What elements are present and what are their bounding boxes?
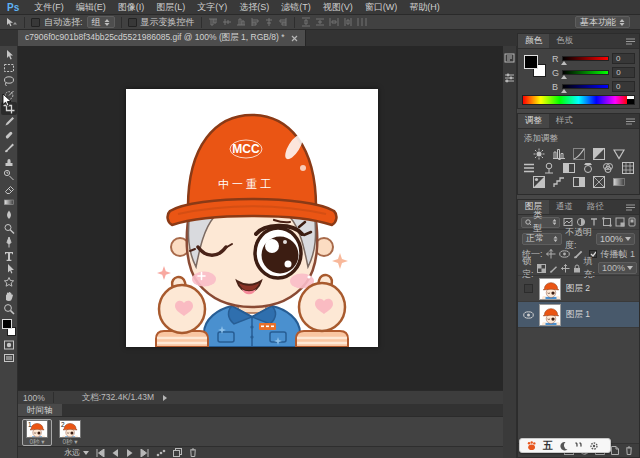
filter-kind-dropdown[interactable]: 类型 [521, 217, 560, 228]
visibility-toggle[interactable] [522, 309, 534, 321]
delete-frame-button[interactable] [189, 448, 197, 457]
gradient-map-icon[interactable] [612, 176, 625, 188]
canvas-area[interactable]: MCC 中一重工 [18, 46, 503, 390]
layer-thumbnail[interactable] [539, 304, 561, 326]
loop-count-dropdown[interactable]: 永远 [64, 447, 89, 458]
panel-menu-icon[interactable] [622, 114, 639, 128]
lock-position-icon[interactable] [561, 264, 570, 273]
type-tool[interactable] [1, 249, 17, 262]
hand-tool[interactable] [1, 289, 17, 302]
fill-field[interactable]: 100% [598, 262, 637, 274]
workspace-switcher[interactable]: 基本功能 [575, 16, 630, 28]
dodge-tool[interactable] [1, 222, 17, 235]
distribute-vertical-centers-icon[interactable] [315, 17, 325, 27]
distribute-bottom-edges-icon[interactable] [329, 17, 339, 27]
posterize-icon[interactable] [552, 176, 565, 188]
filter-smart-objects-icon[interactable] [615, 217, 625, 227]
eraser-tool[interactable] [1, 182, 17, 195]
green-slider[interactable] [562, 70, 609, 75]
lock-transparency-icon[interactable] [537, 264, 546, 273]
play-button[interactable] [126, 449, 133, 457]
color-balance-icon[interactable] [543, 162, 556, 174]
menu-filter[interactable]: 滤镜(T) [275, 1, 317, 14]
distribute-horizontal-centers-icon[interactable] [357, 17, 367, 27]
unify-visibility-icon[interactable] [559, 250, 570, 258]
gradient-tool[interactable] [1, 195, 17, 208]
panel-menu-icon[interactable] [622, 34, 639, 48]
brush-tool[interactable] [1, 142, 17, 155]
panel-menu-icon[interactable] [622, 200, 639, 214]
custom-shape-tool[interactable] [1, 276, 17, 289]
blue-slider[interactable] [562, 84, 609, 89]
zoom-level-field[interactable]: 100% [18, 393, 51, 403]
foreground-background-swatches[interactable] [1, 319, 17, 336]
lock-pixels-icon[interactable] [549, 264, 558, 273]
history-panel-icon[interactable] [504, 52, 515, 63]
properties-panel-icon[interactable] [504, 72, 515, 83]
sogou-logo-icon[interactable] [526, 441, 537, 451]
tab-close-icon[interactable] [291, 35, 298, 42]
animation-frame-2[interactable]: 2 0秒 ▾ [55, 419, 85, 446]
duplicate-frame-button[interactable] [173, 448, 182, 457]
lasso-tool[interactable] [1, 75, 17, 88]
spot-healing-brush-tool[interactable] [1, 128, 17, 141]
tab-adjustments[interactable]: 调整 [518, 114, 549, 128]
tab-swatches[interactable]: 色板 [549, 34, 580, 48]
unify-style-icon[interactable] [573, 249, 583, 259]
frame-delay-dropdown[interactable]: 0秒 ▾ [62, 438, 77, 445]
screen-mode-button[interactable] [1, 351, 17, 364]
selective-color-icon[interactable] [592, 176, 605, 188]
unify-position-icon[interactable] [546, 249, 556, 259]
tab-paths[interactable]: 路径 [580, 200, 611, 214]
zoom-tool[interactable] [1, 302, 17, 315]
align-right-edges-icon[interactable] [278, 17, 288, 27]
color-panel-swatches[interactable] [524, 55, 546, 77]
threshold-icon[interactable] [572, 176, 585, 188]
next-frame-button[interactable] [140, 449, 149, 457]
align-horizontal-centers-icon[interactable] [264, 17, 274, 27]
show-transform-controls-checkbox[interactable] [128, 18, 137, 27]
curves-icon[interactable] [572, 148, 585, 160]
timeline-tab[interactable]: 时间轴 [18, 404, 62, 416]
exposure-icon[interactable] [592, 148, 605, 160]
menu-view[interactable]: 视图(V) [317, 1, 359, 14]
auto-select-checkbox[interactable] [31, 18, 40, 27]
align-bottom-edges-icon[interactable] [236, 17, 246, 27]
auto-select-dropdown[interactable]: 组 [87, 16, 115, 28]
first-frame-button[interactable] [96, 449, 105, 457]
halfwidth-moon-icon[interactable] [559, 441, 568, 451]
new-layer-icon[interactable] [611, 446, 619, 455]
menu-layer[interactable]: 图层(L) [150, 1, 191, 14]
move-tool-preset-icon[interactable] [4, 17, 18, 28]
history-brush-tool[interactable] [1, 169, 17, 182]
menu-type[interactable]: 文字(Y) [191, 1, 233, 14]
previous-frame-button[interactable] [112, 449, 119, 457]
brightness-contrast-icon[interactable] [532, 148, 545, 160]
status-options-arrow-icon[interactable] [162, 394, 168, 402]
green-value-field[interactable]: 0 [612, 67, 635, 78]
filtering-toggle-icon[interactable] [628, 217, 636, 227]
levels-icon[interactable] [552, 148, 565, 160]
tab-styles[interactable]: 样式 [549, 114, 580, 128]
layer-name[interactable]: 图层 1 [566, 309, 590, 321]
eyedropper-tool[interactable] [1, 115, 17, 128]
layer-row-2[interactable]: 图层 2 [518, 276, 639, 302]
ime-mode-indicator[interactable]: 五 [543, 441, 553, 451]
menu-file[interactable]: 文件(F) [28, 1, 70, 14]
clone-stamp-tool[interactable] [1, 155, 17, 168]
menu-edit[interactable]: 编辑(E) [70, 1, 112, 14]
align-top-edges-icon[interactable] [208, 17, 218, 27]
invert-icon[interactable] [532, 176, 545, 188]
frame-delay-dropdown[interactable]: 0秒 ▾ [29, 438, 44, 445]
menu-help[interactable]: 帮助(H) [403, 1, 446, 14]
layer-name[interactable]: 图层 2 [566, 283, 590, 295]
menu-image[interactable]: 图像(I) [112, 1, 151, 14]
hue-saturation-icon[interactable] [523, 162, 536, 174]
foreground-color-swatch[interactable] [2, 319, 12, 329]
layer-row-1[interactable]: 图层 1 [518, 302, 639, 328]
tab-color[interactable]: 颜色 [518, 34, 549, 48]
document-tab[interactable]: c7906f0c901b8f34bb25cd5521986085.gif @ 1… [18, 30, 306, 46]
distribute-top-edges-icon[interactable] [301, 17, 311, 27]
red-value-field[interactable]: 0 [612, 53, 635, 64]
ime-settings-gear-icon[interactable] [589, 441, 599, 451]
